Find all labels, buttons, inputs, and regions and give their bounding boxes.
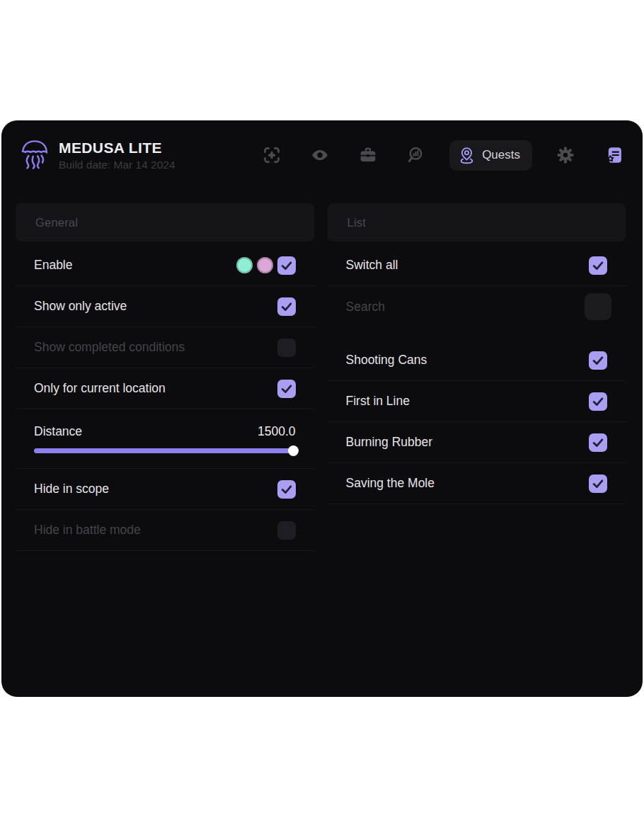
quest-log-icon[interactable] bbox=[604, 145, 624, 165]
row-show-only-active-label: Show only active bbox=[34, 299, 127, 314]
switch-all-checkbox[interactable] bbox=[589, 256, 607, 275]
quest-label: Shooting Cans bbox=[346, 353, 427, 368]
row-hide-in-battle-mode: Hide in battle mode bbox=[16, 510, 314, 551]
show-only-active-checkbox[interactable] bbox=[277, 297, 296, 316]
row-enable-label: Enable bbox=[34, 258, 73, 273]
row-show-completed-label: Show completed conditions bbox=[34, 340, 185, 355]
quest-row-first-in-line: First in Line bbox=[328, 381, 626, 422]
row-hide-in-battle-label: Hide in battle mode bbox=[34, 523, 141, 538]
quest-checkbox[interactable] bbox=[589, 475, 607, 493]
row-distance: Distance 1500.0 bbox=[16, 409, 314, 469]
header-toolbar: Quests bbox=[263, 140, 624, 171]
title-block: MEDUSA LITE Build date: Mar 14 2024 bbox=[59, 140, 176, 171]
quest-row-saving-the-mole: Saving the Mole bbox=[328, 463, 626, 504]
row-only-current-location-label: Only for current location bbox=[34, 381, 166, 396]
quest-row-burning-rubber: Burning Rubber bbox=[328, 422, 626, 463]
medusa-window: MEDUSA LITE Build date: Mar 14 2024 bbox=[1, 120, 643, 697]
quest-label: First in Line bbox=[346, 394, 410, 409]
distance-value: 1500.0 bbox=[258, 424, 296, 439]
distance-slider[interactable] bbox=[34, 448, 296, 453]
quest-label: Saving the Mole bbox=[346, 476, 435, 491]
enable-checkbox[interactable] bbox=[277, 256, 296, 275]
panel-list: List Switch all Search Shooting Cans Fir… bbox=[328, 203, 626, 551]
quest-row-shooting-cans: Shooting Cans bbox=[328, 340, 626, 381]
gear-icon[interactable] bbox=[556, 146, 575, 164]
status-dot-pink bbox=[257, 257, 273, 273]
show-completed-checkbox[interactable] bbox=[277, 339, 296, 357]
briefcase-icon[interactable] bbox=[359, 146, 377, 164]
search-button[interactable] bbox=[585, 293, 611, 320]
tab-quests-label: Quests bbox=[482, 148, 520, 162]
panel-list-header: List bbox=[328, 203, 626, 242]
hide-in-scope-checkbox[interactable] bbox=[277, 480, 296, 499]
row-show-only-active: Show only active bbox=[16, 286, 314, 327]
search-row: Search bbox=[328, 286, 626, 327]
only-current-location-checkbox[interactable] bbox=[277, 380, 296, 398]
app-title: MEDUSA LITE bbox=[59, 140, 176, 157]
panel-list-title: List bbox=[347, 216, 366, 229]
content-area: General Enable Show only active Show co bbox=[1, 190, 643, 551]
quest-checkbox[interactable] bbox=[589, 392, 607, 411]
distance-label: Distance bbox=[34, 424, 82, 439]
window-header: MEDUSA LITE Build date: Mar 14 2024 bbox=[1, 120, 643, 190]
quest-checkbox[interactable] bbox=[589, 433, 607, 452]
quest-checkbox[interactable] bbox=[589, 351, 607, 370]
switch-all-label: Switch all bbox=[346, 258, 398, 273]
row-enable: Enable bbox=[16, 245, 314, 286]
row-only-current-location: Only for current location bbox=[16, 368, 314, 409]
hide-in-battle-checkbox[interactable] bbox=[277, 521, 296, 540]
status-dot-teal bbox=[236, 257, 253, 273]
search-input[interactable]: Search bbox=[346, 300, 385, 314]
panel-general: General Enable Show only active Show co bbox=[16, 203, 314, 551]
search-stats-icon[interactable] bbox=[407, 146, 425, 164]
panel-general-header: General bbox=[16, 203, 314, 242]
jellyfish-logo-icon bbox=[20, 138, 50, 172]
quest-label: Burning Rubber bbox=[346, 435, 433, 450]
panel-general-title: General bbox=[35, 216, 78, 229]
map-pin-icon bbox=[459, 147, 475, 164]
eye-icon[interactable] bbox=[311, 146, 329, 164]
distance-slider-thumb[interactable] bbox=[288, 445, 299, 456]
tab-quests[interactable]: Quests bbox=[449, 140, 532, 171]
row-switch-all: Switch all bbox=[328, 245, 626, 286]
row-hide-in-scope: Hide in scope bbox=[16, 469, 314, 510]
build-date: Build date: Mar 14 2024 bbox=[59, 159, 176, 171]
row-show-completed-conditions: Show completed conditions bbox=[16, 327, 314, 368]
row-hide-in-scope-label: Hide in scope bbox=[34, 482, 109, 496]
crosshair-icon[interactable] bbox=[263, 146, 281, 164]
